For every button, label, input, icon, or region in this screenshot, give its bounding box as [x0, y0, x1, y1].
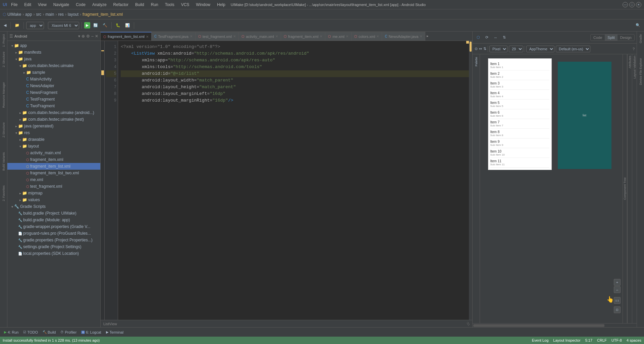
tab-test-fragment[interactable]: ⬡ test_fragment.xml ✕: [196, 32, 239, 41]
close-button[interactable]: ✕: [636, 2, 641, 7]
zoom-select[interactable]: 29: [509, 46, 523, 52]
preview-scrollbar[interactable]: [473, 323, 637, 327]
tree-values[interactable]: ▸ 📁 values: [7, 196, 100, 203]
scroll-indicator[interactable]: [469, 41, 472, 320]
profiler-button[interactable]: ⏱ Profiler: [58, 328, 78, 337]
tab-close-icon[interactable]: ✕: [346, 35, 348, 38]
tree-gradle-scripts[interactable]: ▾ 🔧 Gradle Scripts: [7, 203, 100, 210]
tree-res[interactable]: ▾ 📁 res: [7, 129, 100, 136]
tree-build-gradle-mod[interactable]: 🔧 build.gradle (Module: app): [7, 217, 100, 223]
tree-pkg-main[interactable]: ▾ 📁 com.diabin.festec.uimake: [7, 62, 100, 69]
palette-toggle-button[interactable]: ⬡: [475, 35, 482, 40]
tree-java-gen[interactable]: ▸ 📁 java (generated): [7, 123, 100, 129]
theme-select[interactable]: AppTheme: [526, 46, 554, 52]
build-toolbar-button[interactable]: 🔨 Build: [41, 328, 58, 337]
breadcrumb-main[interactable]: main: [45, 12, 54, 17]
structure-icon[interactable]: 2: Structure: [1, 50, 6, 69]
tree-fragment-item[interactable]: ⬡ fragment_item.xml: [7, 156, 100, 163]
tree-pkg-android[interactable]: ▸ 📁 com.diabin.festec.uimake (android...…: [7, 109, 100, 116]
device-file-explorer-icon[interactable]: Device File Explorer: [638, 57, 643, 87]
zoom-in-button[interactable]: +: [614, 279, 621, 286]
menu-build[interactable]: Build: [134, 2, 146, 8]
tree-proguard[interactable]: 📄 proguard-rules.pro (ProGuard Rules...: [7, 230, 100, 237]
menu-help[interactable]: Help: [216, 2, 227, 8]
tree-java[interactable]: ▾ 📁 java: [7, 56, 100, 62]
breadcrumb-src[interactable]: src: [36, 12, 41, 17]
debug-button[interactable]: 🐛: [114, 22, 122, 28]
tree-mipmap[interactable]: ▸ 📁 mipmap: [7, 190, 100, 196]
breadcrumb-res[interactable]: res: [58, 12, 64, 17]
breadcrumb-app[interactable]: app: [25, 12, 32, 17]
tree-activity-main[interactable]: ⬡ activity_main.xml: [7, 150, 100, 156]
app-selector[interactable]: app: [26, 22, 44, 29]
menu-run[interactable]: Run: [150, 2, 160, 8]
fit-screen-button[interactable]: ⊡: [614, 306, 621, 313]
tab-close-icon[interactable]: ✕: [376, 35, 379, 38]
tree-newsfragment[interactable]: C NewsFragment: [7, 89, 100, 96]
panel-settings-icon[interactable]: ⚙: [86, 34, 90, 39]
pan-button[interactable]: ⇔: [479, 47, 482, 51]
tree-testfragment[interactable]: C TestFragment: [7, 96, 100, 103]
palette-label[interactable]: Palette: [474, 56, 479, 68]
tree-manifests[interactable]: ▸ 📁 manifests: [7, 49, 100, 56]
tree-newsadapter[interactable]: C NewsAdapter: [7, 82, 100, 89]
code-editor[interactable]: <?xml version="1.0" encoding="utf-8"?> <…: [118, 41, 472, 320]
scroll-thumb[interactable]: [470, 42, 472, 52]
project-structure-button[interactable]: 📁: [13, 22, 21, 28]
maximize-button[interactable]: □: [629, 2, 635, 7]
menu-view[interactable]: View: [37, 2, 48, 8]
orient-toggle-button[interactable]: ⇅: [483, 47, 486, 51]
tab-fragment-item-list[interactable]: ⬡ fragment_item_list.xml ✕: [101, 32, 152, 41]
move-button[interactable]: ↔: [492, 35, 499, 40]
menu-window[interactable]: Window: [195, 2, 212, 8]
tab-testfragment[interactable]: C TestFragment.java ✕: [152, 32, 196, 41]
search-button[interactable]: 🔍: [634, 22, 642, 28]
menu-tools[interactable]: Tools: [164, 2, 176, 8]
panel-sync-icon[interactable]: ⊕: [82, 34, 85, 39]
todo-button[interactable]: ☑ TODO: [21, 328, 40, 337]
tab-newsadapter[interactable]: C NewsAdapter.java ✕: [382, 32, 425, 41]
tab-colors[interactable]: ⬡ colors.xml ✕: [352, 32, 382, 41]
tree-mainactivity[interactable]: C MainActivity: [7, 76, 100, 82]
design-view-button[interactable]: Design: [618, 35, 634, 41]
orient-button[interactable]: ⇅: [501, 35, 508, 40]
menu-code[interactable]: Code: [74, 2, 87, 8]
locale-select[interactable]: Default (en-us): [556, 46, 590, 52]
tab-close-icon[interactable]: ✕: [420, 35, 422, 38]
tab-overflow[interactable]: ▸: [425, 34, 430, 38]
tree-gradle-props[interactable]: 🔧 gradle.properties (Project Properties.…: [7, 237, 100, 243]
menu-analyze[interactable]: Analyze: [91, 2, 108, 8]
menu-vcs[interactable]: VCS: [180, 2, 191, 8]
build-button[interactable]: 🔨: [101, 22, 109, 28]
code-view-button[interactable]: Code: [591, 35, 605, 41]
logcat-button[interactable]: 6 6: Logcat: [79, 328, 103, 337]
gradle-icon-strip[interactable]: Gradle: [638, 33, 643, 45]
run-toolbar-button[interactable]: ▶ 4: Run: [2, 328, 20, 337]
zoom-out-button[interactable]: –: [614, 286, 621, 293]
panel-close-icon[interactable]: ✕: [95, 34, 98, 39]
device-selector[interactable]: Xiaomi MI 6: [48, 22, 79, 29]
tree-build-gradle-proj[interactable]: 🔧 build.gradle (Project: UIMake): [7, 210, 100, 217]
tree-test-fragment[interactable]: ⬡ test_fragment.xml: [7, 183, 100, 190]
zoom-fit-button[interactable]: ⊙: [475, 47, 478, 51]
breadcrumb-current[interactable]: fragment_item_list.xml: [83, 12, 123, 17]
tab-close-icon[interactable]: ✕: [275, 35, 278, 38]
preview-scroll-thumb[interactable]: [473, 324, 604, 327]
menu-edit[interactable]: Edit: [23, 2, 33, 8]
tree-settings-gradle[interactable]: 🔧 settings.gradle (Project Settings): [7, 243, 100, 250]
tab-fragment-item[interactable]: ⬡ fragment_item.xml ✕: [281, 32, 325, 41]
tab-me[interactable]: ⬡ me.xml ✕: [325, 32, 351, 41]
tree-drawable[interactable]: ▸ 📁 drawable: [7, 136, 100, 143]
resource-manager-icon[interactable]: Resource Manager: [1, 81, 6, 109]
preview-help-button[interactable]: ?: [633, 47, 635, 51]
sync-button[interactable]: 🔄: [92, 22, 100, 28]
tree-twofragment[interactable]: C TwoFragment: [7, 103, 100, 109]
touch-icon[interactable]: 👆: [606, 296, 614, 303]
attributes-label[interactable]: Attributes: [628, 56, 632, 68]
tree-sample[interactable]: ▸ 📁 sample: [7, 69, 100, 76]
tree-app[interactable]: ▾ 📁 app: [7, 42, 100, 49]
tab-close-icon[interactable]: ✕: [320, 35, 322, 38]
panel-collapse-icon[interactable]: –: [91, 34, 94, 39]
minimize-button[interactable]: —: [623, 2, 628, 7]
terminal-button[interactable]: ▶ Terminal: [104, 328, 126, 337]
